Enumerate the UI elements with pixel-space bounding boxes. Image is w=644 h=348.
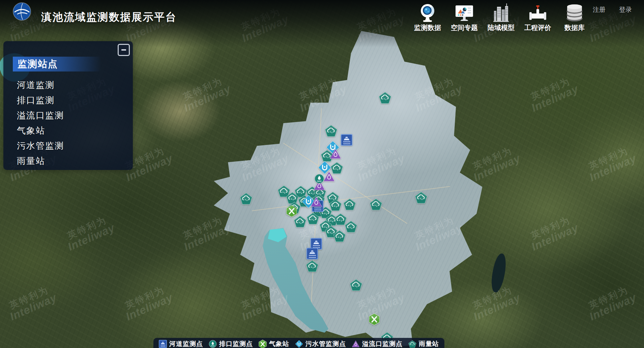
legend-label: 排口监测点 xyxy=(219,340,253,348)
river-station-marker[interactable] xyxy=(306,248,318,260)
nav-item-database[interactable]: 数据库 xyxy=(560,3,589,32)
sidebar-item-weather-station[interactable]: 气象站 xyxy=(17,123,126,138)
auth-links: 注册 登录 xyxy=(593,5,632,14)
sidebar-item-river-monitoring[interactable]: 河道监测 xyxy=(17,78,126,93)
weather-station-marker[interactable] xyxy=(369,313,380,326)
legend-item-sewage[interactable]: 污水管监测点 xyxy=(295,340,346,348)
nav-label: 工程评价 xyxy=(524,23,551,32)
webcam-icon xyxy=(419,3,436,22)
overflow-station-marker[interactable] xyxy=(329,148,342,160)
sidebar-item-overflow-monitoring[interactable]: 溢流口监测 xyxy=(17,108,126,123)
monitor-chart-icon xyxy=(455,3,474,22)
legend-label: 河道监测点 xyxy=(169,340,203,348)
river-icon xyxy=(159,340,167,348)
legend-label: 气象站 xyxy=(269,340,289,348)
nav-item-monitor-data[interactable]: 监测数据 xyxy=(413,3,442,32)
overflow-station-marker[interactable] xyxy=(310,196,322,207)
nav-label: 数据库 xyxy=(564,23,585,32)
page-title: 滇池流域监测数据展示平台 xyxy=(41,10,177,24)
legend-label: 污水管监测点 xyxy=(305,340,346,348)
legend-item-overflow[interactable]: 溢流口监测点 xyxy=(352,340,403,348)
map-legend: 河道监测点排口监测点气象站污水管监测点溢流口监测点雨量站 xyxy=(153,338,444,348)
nav-label: 陆域模型 xyxy=(488,23,515,32)
sidebar-item-outlet-monitoring[interactable]: 排口监测 xyxy=(17,93,126,108)
nav-item-spatial-topics[interactable]: 空间专题 xyxy=(449,3,479,32)
nav-label: 监测数据 xyxy=(414,23,441,32)
main-nav: 监测数据 xyxy=(413,3,589,32)
rain-station-marker[interactable] xyxy=(415,192,428,204)
register-link[interactable]: 注册 xyxy=(593,5,606,14)
rain-station-marker[interactable] xyxy=(306,212,319,225)
database-icon xyxy=(565,3,584,22)
overflow-icon xyxy=(352,340,360,347)
nav-item-project-eval[interactable]: 工程评价 xyxy=(523,3,553,32)
nav-label: 空间专题 xyxy=(451,23,478,32)
rain-station-marker[interactable] xyxy=(343,198,356,210)
sidebar-item-rain-station[interactable]: 雨量站 xyxy=(17,153,126,169)
app: 英特利为Inteliway英特利为Inteliway英特利为Inteliway英… xyxy=(0,0,644,348)
river-station-marker[interactable] xyxy=(341,134,352,146)
rain-station-marker[interactable] xyxy=(306,260,319,272)
outlet-station-marker[interactable] xyxy=(314,174,324,184)
legend-label: 溢流口监测点 xyxy=(362,340,403,348)
valve-icon xyxy=(529,3,547,22)
minus-icon xyxy=(121,49,126,51)
panel-title: 监测站点 xyxy=(13,57,101,71)
rain-station-marker[interactable] xyxy=(379,92,391,104)
login-link[interactable]: 登录 xyxy=(619,5,632,14)
legend-item-river[interactable]: 河道监测点 xyxy=(159,340,203,348)
rain-icon xyxy=(408,340,416,348)
rain-station-marker[interactable] xyxy=(333,230,346,242)
rain-station-marker[interactable] xyxy=(325,125,338,137)
platform-logo xyxy=(12,2,31,21)
nav-item-land-model[interactable]: 陆域模型 xyxy=(486,3,516,32)
monitor-stations-panel: 监测站点 河道监测 排口监测 溢流口监测 气象站 污水管监测 雨量站 xyxy=(3,41,133,170)
panel-list: 河道监测 排口监测 溢流口监测 气象站 污水管监测 雨量站 xyxy=(17,78,126,169)
weather-icon xyxy=(259,340,267,348)
panel-collapse-button[interactable] xyxy=(118,44,130,56)
rain-station-marker[interactable] xyxy=(350,279,362,291)
legend-label: 雨量站 xyxy=(419,340,439,348)
buildings-icon xyxy=(493,3,509,22)
rain-station-marker[interactable] xyxy=(345,221,357,233)
rain-station-marker[interactable] xyxy=(240,193,253,205)
sidebar-item-sewage-monitoring[interactable]: 污水管监测 xyxy=(17,138,126,153)
legend-item-outlet[interactable]: 排口监测点 xyxy=(209,340,253,348)
rain-station-marker[interactable] xyxy=(370,198,382,210)
legend-item-rain[interactable]: 雨量站 xyxy=(408,340,439,348)
outlet-icon xyxy=(209,340,217,348)
weather-station-marker[interactable] xyxy=(286,205,297,218)
legend-item-weather[interactable]: 气象站 xyxy=(259,340,289,348)
sewage-icon xyxy=(295,340,303,348)
